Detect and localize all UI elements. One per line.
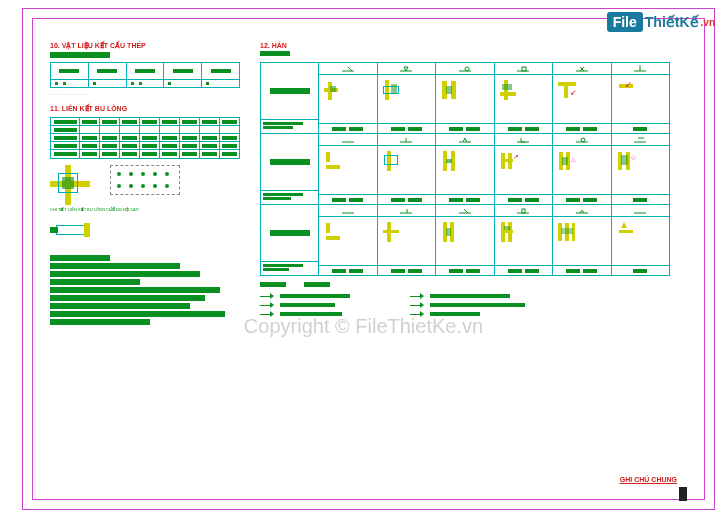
bolt-table <box>50 117 240 159</box>
weld-table-frame: ↙ ↙ <box>260 62 670 276</box>
weld-legend-right <box>410 293 525 317</box>
arrow-icon <box>260 293 276 299</box>
weld-cell: ↙ <box>553 75 612 123</box>
weld-cell <box>436 217 495 265</box>
weld-cell: ◇ <box>612 146 670 194</box>
weld-symbol-icon <box>459 136 471 144</box>
weld-cell <box>378 146 437 194</box>
weld-body-row: ↗ △ ◇ <box>319 146 669 194</box>
weld-symbol-icon <box>517 136 529 144</box>
weld-symbol-icon <box>400 65 412 73</box>
section-10-underline <box>50 52 110 58</box>
logo-text-main: ThiếtKế <box>645 14 699 30</box>
logo-text-suffix: .vn <box>701 17 715 28</box>
weld-symbol-icon <box>576 136 588 144</box>
mat-col <box>164 63 202 79</box>
weld-cell <box>378 217 437 265</box>
weld-legend-left <box>260 293 350 317</box>
svg-point-18 <box>581 138 585 142</box>
brand-logo: File ThiếtKế .vn <box>607 12 715 32</box>
logo-box: File <box>607 12 643 32</box>
weld-symbol-icon <box>342 136 354 144</box>
svg-line-1 <box>348 67 352 71</box>
svg-point-4 <box>465 67 469 71</box>
weld-cell <box>436 75 495 123</box>
svg-rect-6 <box>522 67 526 71</box>
weld-symbol-icon <box>576 65 588 73</box>
section-11-notes <box>50 255 250 325</box>
drawing-title: GHI CHÚ CHUNG <box>620 476 677 483</box>
weld-foot-row <box>319 123 669 133</box>
scale-mark <box>679 487 687 501</box>
weld-cell <box>553 217 612 265</box>
arrow-icon <box>260 302 276 308</box>
weld-symbol-icon <box>400 136 412 144</box>
weld-body-row: ↙ ↙ <box>319 75 669 123</box>
weld-cell: ↗ <box>495 146 554 194</box>
weld-cell <box>319 75 378 123</box>
section-10-title: 10. VẬT LIỆU KẾT CẤU THÉP <box>50 42 250 50</box>
weld-cell <box>612 217 670 265</box>
bolt-sketch-2 <box>110 165 180 195</box>
section-10-note: · · · · · · · · · · · · · · <box>50 91 250 97</box>
weld-symbol-icon <box>576 207 588 215</box>
weld-cell <box>495 75 554 123</box>
mat-col <box>51 63 89 79</box>
weld-symbol-icon <box>634 207 646 215</box>
weld-block: ↙ ↙ <box>261 63 669 134</box>
material-table-sub <box>50 80 240 88</box>
weld-symbol-icon <box>400 207 412 215</box>
weld-cell: ↙ <box>612 75 670 123</box>
arrow-icon <box>410 302 426 308</box>
weld-symbol-icon <box>634 65 646 73</box>
weld-block <box>261 205 669 275</box>
arrow-icon <box>260 311 276 317</box>
section-12-underline <box>260 51 290 56</box>
weld-symbol-icon <box>517 65 529 73</box>
weld-block-left <box>261 134 319 204</box>
bolt-detail-sketches <box>50 165 250 205</box>
weld-cell <box>378 75 437 123</box>
drawing-title-block: GHI CHÚ CHUNG <box>620 476 677 485</box>
weld-cell: △ <box>553 146 612 194</box>
svg-rect-26 <box>522 209 525 213</box>
weld-cell <box>319 217 378 265</box>
weld-cell <box>436 146 495 194</box>
weld-foot-row <box>319 194 669 204</box>
bolt-row <box>51 118 239 126</box>
bolt-row <box>51 126 239 134</box>
right-area: 12. HÀN <box>260 42 680 317</box>
left-column: 10. VẬT LIỆU KẾT CẤU THÉP · · · · · · · … <box>50 42 250 327</box>
weld-foot-row <box>319 265 669 275</box>
section-12-title: 12. HÀN <box>260 42 680 49</box>
weld-body-row <box>319 217 669 265</box>
weld-block-left <box>261 205 319 275</box>
bolt-row <box>51 142 239 150</box>
material-table <box>50 62 240 80</box>
weld-block: ↗ △ ◇ <box>261 134 669 205</box>
weld-cell <box>319 146 378 194</box>
mat-col <box>89 63 127 79</box>
bolt-sketch-3 <box>50 221 100 245</box>
arrow-icon <box>410 311 426 317</box>
weld-block-left <box>261 63 319 133</box>
bolt-row <box>51 150 239 158</box>
arrow-icon <box>410 293 426 299</box>
weld-head-row <box>319 63 669 75</box>
weld-head-row <box>319 205 669 217</box>
mat-col <box>127 63 165 79</box>
weld-symbol-icon <box>342 65 354 73</box>
section-11-title: 11. LIÊN KẾT BU LÔNG <box>50 105 250 113</box>
sketch-caption: CHI TIẾT LIÊN KẾT BU LÔNG CƯỜNG ĐỘ CAO <box>50 208 250 213</box>
bolt-sketch-1 <box>50 165 90 205</box>
weld-cell <box>495 217 554 265</box>
bolt-row <box>51 134 239 142</box>
weld-bottom-bars <box>260 282 680 287</box>
weld-head-row <box>319 134 669 146</box>
weld-symbol-icon <box>517 207 529 215</box>
weld-legend <box>260 293 680 317</box>
weld-symbol-icon <box>459 65 471 73</box>
mat-col <box>202 63 239 79</box>
weld-symbol-icon <box>342 207 354 215</box>
weld-symbol-icon <box>459 207 471 215</box>
